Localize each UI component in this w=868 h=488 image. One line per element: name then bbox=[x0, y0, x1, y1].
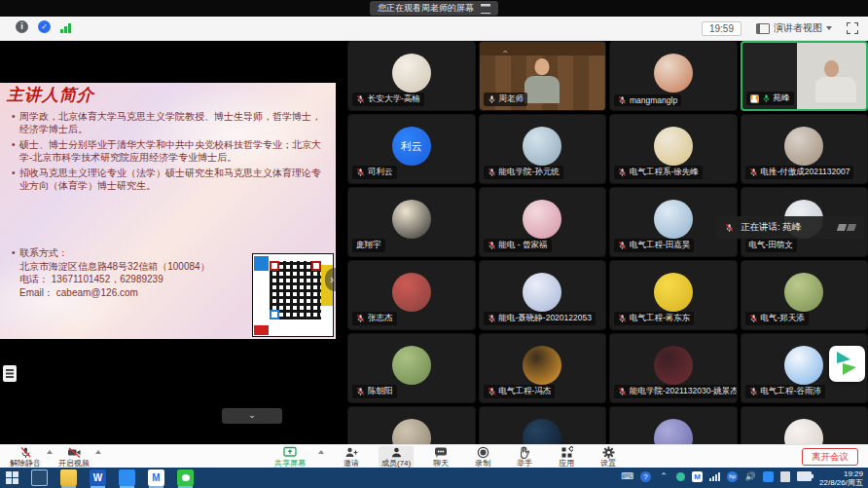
view-mode-selector[interactable]: 演讲者视图 bbox=[751, 19, 837, 37]
contact-address: 北京市海淀区信息路48号32信箱（100084） bbox=[12, 260, 245, 274]
participant-tile[interactable]: 能电-聂晓静-2020122053 bbox=[479, 260, 607, 330]
qr-blue-block bbox=[254, 256, 269, 271]
mic-muted-icon bbox=[356, 94, 365, 104]
members-icon bbox=[390, 446, 403, 459]
unmute-button[interactable]: 解除静音 bbox=[10, 446, 41, 468]
avatar bbox=[654, 54, 693, 93]
mic-muted-icon bbox=[618, 241, 627, 250]
members-button[interactable]: 成员(74) bbox=[379, 446, 414, 468]
banner-menu-icon[interactable] bbox=[481, 4, 490, 14]
unmute-options-chevron[interactable] bbox=[47, 450, 53, 454]
participant-name-tag: 苑峰 bbox=[746, 92, 794, 105]
participant-tile[interactable]: 能电学院-孙元统 bbox=[479, 114, 607, 184]
mic-off-icon bbox=[19, 446, 32, 459]
hp-icon[interactable]: hp bbox=[727, 471, 738, 482]
participant-tile[interactable] bbox=[741, 406, 868, 444]
help-icon[interactable]: ? bbox=[640, 471, 651, 482]
taskbar-app-word[interactable]: W bbox=[90, 469, 106, 486]
wifi-signal-icon[interactable] bbox=[709, 471, 720, 481]
annotation-tool-icon[interactable] bbox=[3, 365, 17, 382]
invite-button[interactable]: 邀请 bbox=[337, 446, 366, 468]
gear-icon bbox=[602, 446, 615, 459]
share-screen-icon bbox=[283, 446, 297, 459]
volume-icon[interactable]: 🔊 bbox=[744, 470, 756, 482]
meeting-tray-icon[interactable]: M bbox=[692, 471, 703, 482]
avatar bbox=[654, 346, 693, 385]
participant-name-tag: 电气工程-谷雨沛 bbox=[745, 385, 825, 398]
participant-tile[interactable]: 陈朝阳 bbox=[347, 333, 476, 403]
taskbar-app-docs[interactable] bbox=[119, 469, 135, 486]
watching-banner[interactable]: 您正在观看周老师的屏幕 bbox=[370, 1, 498, 16]
battery-icon[interactable] bbox=[797, 471, 812, 481]
participant-tile[interactable]: 电气-郑天添 bbox=[741, 260, 868, 330]
participant-name-tag: 电气工程-冯杰 bbox=[484, 385, 556, 398]
participant-name: 电气工程-谷雨沛 bbox=[761, 386, 821, 397]
participant-tile[interactable]: 电气工程-蒋东东 bbox=[609, 260, 738, 330]
toast-decoration bbox=[838, 224, 855, 231]
participant-tile[interactable]: 电推-付傲成2021132007 bbox=[741, 114, 868, 184]
participant-tile[interactable]: 电气工程系-徐先峰 bbox=[609, 114, 738, 184]
participant-tile[interactable]: 电气工程-冯杰 bbox=[479, 333, 607, 403]
taskbar-clock[interactable]: 19:29 22/8/26/周五 bbox=[819, 469, 863, 487]
participant-tile[interactable]: 长安大学-高楠 bbox=[347, 41, 476, 111]
info-icon[interactable]: i bbox=[16, 20, 28, 33]
screen-share-widget-icon[interactable] bbox=[829, 346, 865, 382]
settings-button[interactable]: 设置 bbox=[594, 446, 623, 468]
participant-tile[interactable]: 苑峰 bbox=[741, 41, 868, 111]
mic-muted-icon bbox=[356, 387, 365, 396]
avatar bbox=[392, 346, 431, 385]
network-signal-icon[interactable] bbox=[60, 21, 71, 33]
participant-tile[interactable]: 庞翔宇 bbox=[347, 187, 476, 257]
taskbar-app-snip[interactable] bbox=[31, 469, 48, 486]
tray-expand-icon[interactable]: ⌃ bbox=[658, 470, 669, 482]
mic-muted-icon bbox=[749, 314, 758, 323]
share-screen-button[interactable]: 共享屏幕 bbox=[274, 446, 306, 468]
status-dot-icon[interactable] bbox=[676, 472, 685, 481]
keyboard-icon[interactable]: ⌨ bbox=[622, 470, 633, 482]
share-options-chevron[interactable] bbox=[318, 450, 324, 454]
participant-name-tag: 周老师 bbox=[484, 93, 528, 106]
participant-name: 能电 - 曾家福 bbox=[499, 240, 548, 251]
scroll-up-button[interactable]: ⌃ bbox=[501, 49, 509, 59]
slide-bullet: 招收马克思主义理论专业（法学）硕士研究生和马克思主义体育理论专业方向（体育学）博… bbox=[12, 167, 321, 192]
host-badge-icon bbox=[750, 94, 759, 103]
taskbar-app-explorer[interactable] bbox=[60, 469, 77, 486]
fullscreen-icon[interactable] bbox=[847, 22, 858, 34]
taskbar-app-meeting[interactable]: M bbox=[148, 469, 164, 486]
participant-name-tag: 长安大学-高楠 bbox=[352, 93, 424, 106]
chat-button[interactable]: 聊天 bbox=[426, 446, 455, 468]
avatar bbox=[523, 127, 561, 166]
participant-name: 电气-田萌文 bbox=[749, 240, 793, 251]
participant-tile[interactable]: mangmanglp bbox=[609, 41, 738, 111]
participant-name: 电气工程系-徐先峰 bbox=[630, 167, 699, 178]
participant-tile[interactable]: 能电学院-2021132030-姚景杰 bbox=[609, 333, 738, 403]
participant-tile[interactable]: 张志杰 bbox=[347, 260, 476, 330]
slide-next-arrow[interactable]: › bbox=[325, 268, 336, 291]
windows-taskbar: W M ⌨ ? ⌃ M hp 🔊 19:29 22/8/26/周五 bbox=[0, 468, 868, 488]
watching-banner-text: 您正在观看周老师的屏幕 bbox=[378, 1, 474, 16]
video-options-chevron[interactable] bbox=[95, 450, 101, 454]
shield-icon[interactable]: ✓ bbox=[38, 20, 51, 33]
taskbar-app-wechat[interactable] bbox=[177, 469, 194, 486]
leave-meeting-button[interactable]: 离开会议 bbox=[802, 448, 858, 466]
scroll-down-button[interactable]: ⌄ bbox=[222, 408, 282, 424]
notes-icon[interactable] bbox=[780, 471, 790, 482]
tray-app-icon[interactable] bbox=[763, 471, 774, 482]
mic-muted-icon bbox=[749, 387, 758, 396]
participant-tile[interactable]: 利云司利云 bbox=[347, 114, 476, 184]
apps-button[interactable]: 应用 bbox=[552, 446, 581, 468]
start-button[interactable] bbox=[6, 471, 18, 484]
avatar bbox=[784, 346, 823, 385]
contact-email: Email： cabeam@126.com bbox=[12, 286, 245, 300]
participant-name-tag: 张志杰 bbox=[352, 312, 397, 325]
raise-hand-button[interactable]: 举手 bbox=[510, 446, 539, 468]
participant-tile[interactable] bbox=[479, 406, 607, 444]
record-button[interactable]: 录制 bbox=[468, 446, 497, 468]
system-tray: ⌨ ? ⌃ M hp 🔊 bbox=[622, 470, 812, 482]
participant-tile[interactable] bbox=[347, 406, 476, 444]
participant-name: 电推-付傲成2021132007 bbox=[761, 167, 850, 178]
start-video-button[interactable]: 开启视频 bbox=[58, 446, 90, 468]
participant-tile[interactable]: 周老师 bbox=[479, 41, 607, 111]
participant-tile[interactable]: 能电 - 曾家福 bbox=[479, 187, 607, 257]
participant-tile[interactable] bbox=[609, 406, 738, 444]
